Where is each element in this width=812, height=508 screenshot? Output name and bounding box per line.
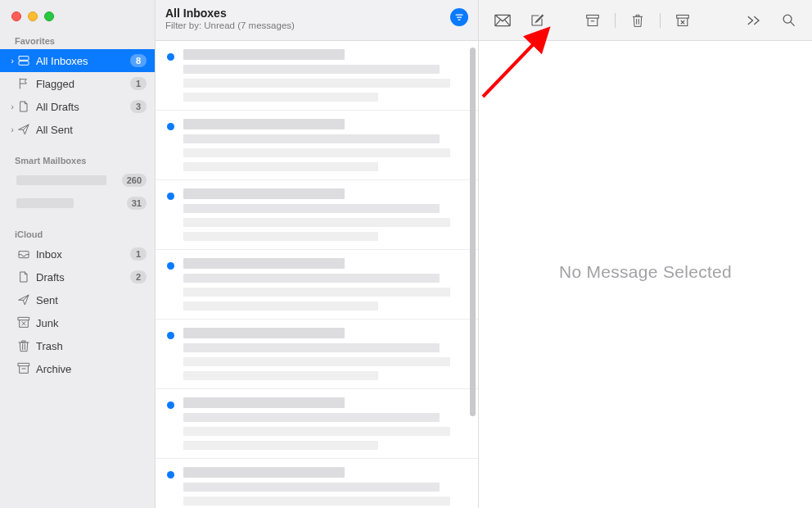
placeholder: [183, 302, 378, 311]
placeholder: [183, 79, 450, 88]
scrollbar[interactable]: [470, 48, 476, 416]
unread-dot-icon: [167, 471, 174, 479]
chevron-right-icon: ›: [8, 56, 16, 66]
sidebar-item-drafts[interactable]: Drafts 2: [0, 265, 155, 288]
unread-dot-icon: [167, 193, 174, 200]
sidebar-item-label: Drafts: [31, 271, 130, 283]
placeholder: [183, 204, 440, 213]
placeholder: [183, 371, 378, 380]
sidebar-item-label: Flagged: [31, 78, 130, 90]
placeholder: [183, 288, 450, 297]
message-row[interactable]: [156, 41, 478, 111]
sidebar-item-label: Junk: [31, 317, 147, 329]
paperplane-icon: [17, 293, 30, 306]
sidebar-item-archive[interactable]: Archive: [0, 357, 155, 380]
junk-icon: [675, 14, 690, 27]
placeholder: [183, 413, 440, 422]
delete-button[interactable]: [624, 10, 652, 31]
message-row[interactable]: [156, 250, 478, 320]
placeholder: [183, 218, 450, 227]
message-scroll[interactable]: [156, 41, 478, 508]
placeholder: [183, 467, 345, 478]
chevrons-icon: [747, 15, 761, 26]
trash-icon: [17, 339, 30, 352]
more-button[interactable]: [740, 10, 768, 31]
placeholder: [183, 441, 378, 450]
sidebar-item-label: Archive: [31, 363, 147, 375]
placeholder: [183, 93, 378, 102]
toolbar-separator: [615, 13, 616, 28]
sidebar-item-label: Trash: [31, 340, 147, 352]
svg-rect-16: [677, 15, 689, 18]
empty-state-text: No Message Selected: [559, 262, 732, 282]
window-controls: [0, 0, 155, 21]
svg-line-18: [790, 22, 794, 26]
placeholder: [183, 427, 450, 436]
svg-rect-1: [19, 61, 29, 66]
message-row[interactable]: [156, 320, 478, 389]
placeholder: [16, 198, 74, 208]
paperplane-icon: [17, 123, 30, 136]
search-button[interactable]: [774, 10, 802, 31]
svg-rect-3: [18, 317, 29, 320]
junk-button[interactable]: [669, 10, 697, 31]
message-list-header: All Inboxes Filter by: Unread (7 message…: [156, 0, 478, 41]
svg-rect-12: [587, 15, 599, 18]
sidebar-item-smart-0[interactable]: 260: [0, 169, 155, 192]
toolbar: [479, 0, 812, 41]
message-row[interactable]: [156, 111, 478, 180]
placeholder: [183, 258, 345, 269]
section-smart-label: Smart Mailboxes: [0, 141, 155, 169]
trash-icon: [631, 13, 644, 28]
xbox-icon: [17, 316, 30, 329]
sidebar-item-all-sent[interactable]: › All Sent: [0, 118, 155, 141]
chevron-right-icon: ›: [8, 125, 16, 134]
sidebar-item-trash[interactable]: Trash: [0, 334, 155, 357]
sidebar-item-all-inboxes[interactable]: › All Inboxes 8: [0, 49, 155, 72]
archive-button[interactable]: [579, 10, 607, 31]
placeholder: [183, 328, 345, 338]
minimize-window-button[interactable]: [28, 11, 38, 21]
maximize-window-button[interactable]: [44, 11, 54, 21]
placeholder: [183, 65, 440, 74]
count-badge: 8: [130, 54, 147, 67]
count-badge: 31: [127, 197, 147, 210]
sidebar-item-all-drafts[interactable]: › All Drafts 3: [0, 95, 155, 118]
chevron-right-icon: ›: [8, 102, 16, 111]
list-subtitle: Filter by: Unread (7 messages): [165, 20, 444, 30]
message-row[interactable]: [156, 459, 478, 508]
placeholder: [183, 232, 378, 241]
svg-rect-0: [19, 57, 29, 61]
compose-icon: [530, 13, 544, 28]
sidebar-item-inbox[interactable]: Inbox 1: [0, 243, 155, 265]
sidebar-item-label: Inbox: [31, 248, 130, 261]
sidebar-item-smart-1[interactable]: 31: [0, 192, 155, 215]
placeholder: [183, 188, 345, 199]
placeholder: [183, 397, 345, 408]
sidebar-item-sent[interactable]: Sent: [0, 288, 155, 311]
sidebar: Favorites › All Inboxes 8 › Flagged 1 › …: [0, 0, 156, 508]
archive-icon: [17, 362, 30, 375]
compose-button[interactable]: [523, 10, 551, 31]
filter-button[interactable]: [450, 8, 468, 26]
close-window-button[interactable]: [11, 11, 21, 21]
message-row[interactable]: [156, 389, 478, 459]
svg-rect-6: [18, 363, 29, 365]
unread-dot-icon: [167, 262, 174, 270]
unread-dot-icon: [167, 53, 174, 61]
placeholder: [183, 357, 450, 366]
section-icloud-label: iCloud: [0, 215, 155, 243]
message-pane: No Message Selected: [479, 0, 812, 508]
placeholder: [183, 497, 450, 506]
message-row[interactable]: [156, 180, 478, 250]
doc-icon: [17, 100, 30, 113]
inbox-stack-icon: [17, 54, 30, 67]
sidebar-item-flagged[interactable]: › Flagged 1: [0, 72, 155, 95]
unread-dot-icon: [167, 123, 174, 130]
placeholder: [183, 119, 345, 129]
count-badge: 3: [130, 100, 147, 113]
sidebar-item-junk[interactable]: Junk: [0, 311, 155, 334]
list-title: All Inboxes: [165, 7, 444, 20]
sidebar-item-label: All Sent: [31, 124, 147, 136]
get-mail-button[interactable]: [489, 10, 517, 31]
